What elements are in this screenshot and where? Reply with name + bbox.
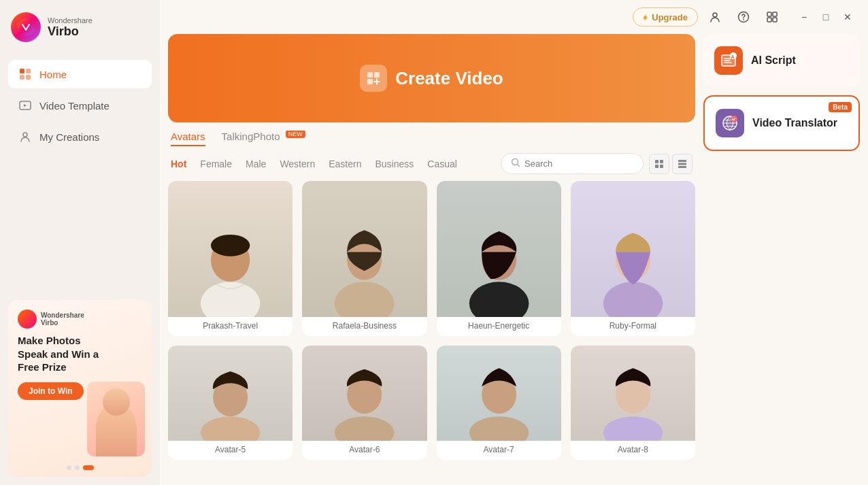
brand-name: Wondershare <box>48 16 93 24</box>
ad-cta-button[interactable]: Join to Win <box>18 382 84 400</box>
svg-rect-13 <box>367 72 373 78</box>
ai-script-label: AI Script <box>751 54 796 67</box>
user-icon-button[interactable] <box>703 5 727 29</box>
avatar-grid: Prakash-Travel Rafaela-Bu <box>168 181 695 465</box>
avatar-name-1: Prakash-Travel <box>168 317 293 336</box>
avatar-img-1 <box>168 181 293 317</box>
my-creations-icon <box>18 129 33 144</box>
avatar-name-4: Ruby-Formal <box>571 317 695 336</box>
filter-casual[interactable]: Casual <box>427 158 457 169</box>
svg-rect-9 <box>767 12 771 16</box>
new-badge: NEW <box>286 131 305 138</box>
help-icon-button[interactable] <box>732 5 755 29</box>
tab-talking-photo[interactable]: TalkingPhoto NEW <box>222 131 305 146</box>
main-content: ♦ Upgrade − □ ✕ Create <box>160 0 868 485</box>
grid-view-button[interactable] <box>649 154 669 174</box>
search-input[interactable] <box>524 158 633 169</box>
view-buttons <box>649 154 692 174</box>
avatar-img-2 <box>302 181 427 317</box>
video-translator-icon <box>716 109 744 137</box>
filter-western[interactable]: Western <box>280 158 315 169</box>
upgrade-button[interactable]: ♦ Upgrade <box>633 7 698 27</box>
create-video-label: Create Video <box>395 68 503 89</box>
avatar-img-5 <box>168 346 293 441</box>
logo-area: Wondershare Virbo <box>0 0 160 54</box>
video-template-icon <box>18 98 33 113</box>
video-template-label: Video Template <box>39 100 110 112</box>
avatar-card-5[interactable]: Avatar-5 <box>168 346 293 460</box>
avatar-card-1[interactable]: Prakash-Travel <box>168 181 293 336</box>
tab-avatars[interactable]: Avatars <box>171 131 205 146</box>
left-panel: Create Video Avatars TalkingPhoto NEW <box>168 34 695 477</box>
sidebar-item-my-creations[interactable]: My Creations <box>8 122 152 151</box>
create-video-banner[interactable]: Create Video <box>168 34 695 122</box>
avatar-card-7[interactable]: Avatar-7 <box>437 346 561 460</box>
grid-icon-button[interactable] <box>761 5 784 29</box>
content-area: Create Video Avatars TalkingPhoto NEW <box>160 34 868 485</box>
app-logo-icon <box>11 12 41 42</box>
search-icon <box>511 158 520 169</box>
video-translator-card[interactable]: Video Translator Beta <box>703 95 860 151</box>
svg-rect-22 <box>678 163 686 165</box>
filter-row: Hot Female Male Western Eastern Business… <box>168 153 695 174</box>
svg-point-34 <box>201 416 261 441</box>
svg-rect-18 <box>660 160 663 163</box>
svg-rect-3 <box>20 75 24 80</box>
ad-brand: Wondershare Virbo <box>41 312 84 327</box>
ad-logo: Wondershare Virbo <box>18 310 142 329</box>
avatar-card-4[interactable]: Ruby-Formal <box>571 181 695 336</box>
search-box <box>501 153 644 174</box>
avatar-card-2[interactable]: Rafaela-Business <box>302 181 427 336</box>
svg-point-40 <box>603 416 663 441</box>
svg-text:A: A <box>731 54 735 59</box>
avatar-card-8[interactable]: Avatar-8 <box>571 346 695 460</box>
svg-point-27 <box>211 235 250 256</box>
minimize-button[interactable]: − <box>795 7 814 27</box>
svg-point-16 <box>512 159 518 165</box>
filter-eastern[interactable]: Eastern <box>329 158 361 169</box>
svg-rect-21 <box>678 160 686 162</box>
ad-decoration <box>87 382 145 456</box>
sidebar-item-home[interactable]: Home <box>8 60 152 88</box>
crown-icon: ♦ <box>643 12 648 22</box>
top-bar: ♦ Upgrade − □ ✕ <box>160 0 868 34</box>
list-view-button[interactable] <box>672 154 692 174</box>
avatar-img-6 <box>302 346 427 441</box>
avatar-name-5: Avatar-5 <box>168 441 293 460</box>
svg-rect-23 <box>678 166 686 168</box>
ad-title: Make Photos Speak and Win a Free Prize <box>18 334 99 374</box>
avatar-name-8: Avatar-8 <box>571 441 695 460</box>
avatar-name-6: Avatar-6 <box>302 441 427 460</box>
avatar-card-3[interactable]: Haeun-Energetic <box>437 181 561 336</box>
avatar-name-7: Avatar-7 <box>437 441 561 460</box>
avatar-name-3: Haeun-Energetic <box>437 317 561 336</box>
sidebar-item-video-template[interactable]: Video Template <box>8 91 152 120</box>
search-and-view <box>501 153 692 174</box>
window-controls: − □ ✕ <box>795 7 857 27</box>
svg-rect-2 <box>26 69 31 73</box>
ad-dots <box>67 465 94 470</box>
create-banner-content: Create Video <box>360 65 503 92</box>
maximize-button[interactable]: □ <box>816 7 835 27</box>
beta-badge: Beta <box>829 102 852 112</box>
filter-female[interactable]: Female <box>200 158 232 169</box>
svg-rect-17 <box>655 160 658 163</box>
filter-business[interactable]: Business <box>375 158 414 169</box>
close-button[interactable]: ✕ <box>838 7 857 27</box>
svg-rect-1 <box>20 69 24 73</box>
avatar-section: Avatars TalkingPhoto NEW Hot Female Male… <box>168 131 695 477</box>
ad-logo-icon <box>18 310 37 329</box>
svg-rect-14 <box>374 72 380 78</box>
svg-point-30 <box>469 282 529 317</box>
ai-script-card[interactable]: A AI Script <box>703 34 860 87</box>
svg-rect-10 <box>773 12 777 16</box>
filter-male[interactable]: Male <box>246 158 266 169</box>
svg-rect-11 <box>767 18 771 22</box>
filter-hot[interactable]: Hot <box>171 158 186 169</box>
avatar-name-2: Rafaela-Business <box>302 317 427 336</box>
avatar-card-6[interactable]: Avatar-6 <box>302 346 427 460</box>
svg-point-7 <box>713 13 717 17</box>
svg-point-28 <box>335 282 395 317</box>
svg-point-38 <box>469 416 529 441</box>
avatar-img-7 <box>437 346 561 441</box>
